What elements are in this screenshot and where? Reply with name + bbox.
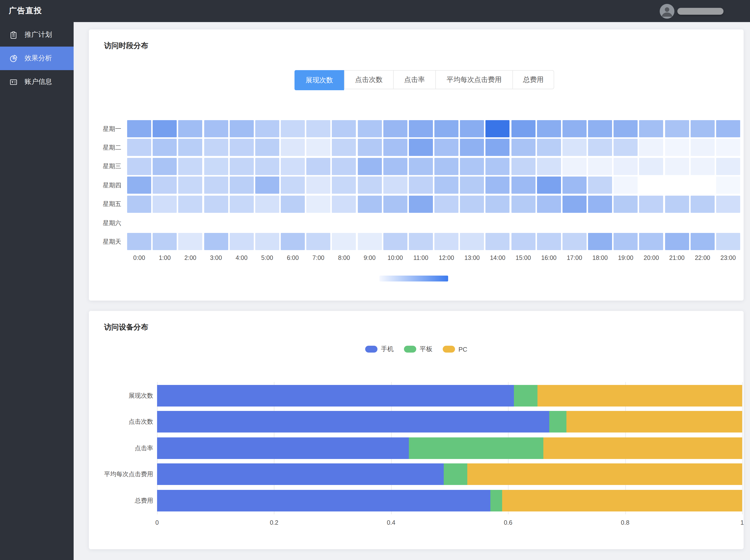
bar-segment-平板[interactable] <box>491 490 502 511</box>
heatmap-cell[interactable] <box>562 195 587 212</box>
heatmap-cell[interactable] <box>460 195 484 212</box>
heatmap-cell[interactable] <box>255 177 279 194</box>
heatmap-cell[interactable] <box>614 120 637 137</box>
heatmap-cell[interactable] <box>358 233 382 250</box>
heatmap-cell[interactable] <box>383 158 407 175</box>
heatmap-cell[interactable] <box>358 195 382 212</box>
bar-segment-手机[interactable] <box>157 411 549 433</box>
heatmap-cell[interactable] <box>562 139 587 156</box>
heatmap-cell[interactable] <box>358 177 382 194</box>
heatmap-cell[interactable] <box>665 177 689 194</box>
heatmap-cell[interactable] <box>255 233 279 250</box>
heatmap-cell[interactable] <box>486 177 510 194</box>
heatmap-cell[interactable] <box>409 195 433 212</box>
heatmap-cell[interactable] <box>690 139 714 156</box>
heatmap-cell[interactable] <box>434 139 458 156</box>
heatmap-cell[interactable] <box>409 120 433 137</box>
heatmap-cell[interactable] <box>716 120 740 137</box>
heatmap-cell[interactable] <box>383 177 407 194</box>
bar-segment-手机[interactable] <box>157 490 491 511</box>
bar-segment-PC[interactable] <box>502 490 742 511</box>
heatmap-cell[interactable] <box>332 177 356 194</box>
heatmap-cell[interactable] <box>434 233 458 250</box>
heatmap-cell[interactable] <box>153 177 177 194</box>
bar-segment-平板[interactable] <box>549 411 567 433</box>
heatmap-cell[interactable] <box>588 177 612 194</box>
heatmap-cell[interactable] <box>537 195 561 212</box>
heatmap-cell[interactable] <box>281 139 305 156</box>
heatmap-cell[interactable] <box>537 120 561 137</box>
heatmap-cell[interactable] <box>332 120 356 137</box>
heatmap-cell[interactable] <box>358 158 382 175</box>
heatmap-cell[interactable] <box>588 158 612 175</box>
heatmap-cell[interactable] <box>460 158 484 175</box>
heatmap-cell[interactable] <box>306 120 330 137</box>
heatmap-cell[interactable] <box>204 195 228 212</box>
heatmap-cell[interactable] <box>332 139 356 156</box>
heatmap-cell[interactable] <box>178 139 202 156</box>
heatmap-cell[interactable] <box>486 233 510 250</box>
heatmap-cell[interactable] <box>665 158 689 175</box>
bar-segment-平板[interactable] <box>444 463 467 485</box>
heatmap-cell[interactable] <box>716 195 740 212</box>
heatmap-cell[interactable] <box>460 120 484 137</box>
bar-segment-PC[interactable] <box>467 463 742 485</box>
heatmap-cell[interactable] <box>127 233 151 250</box>
bar-segment-手机[interactable] <box>157 437 409 459</box>
sidebar-item-effect-analysis[interactable]: 效果分析 <box>0 47 74 70</box>
sidebar-item-promotion-plan[interactable]: 推广计划 <box>0 23 74 47</box>
heatmap-cell[interactable] <box>230 139 254 156</box>
sidebar-item-account-info[interactable]: 账户信息 <box>0 70 74 94</box>
bar-segment-PC[interactable] <box>543 437 742 459</box>
heatmap-cell[interactable] <box>306 139 330 156</box>
heatmap-cell[interactable] <box>332 233 356 250</box>
heatmap-cell[interactable] <box>690 158 714 175</box>
heatmap-cell[interactable] <box>716 233 740 250</box>
bar-segment-平板[interactable] <box>409 437 543 459</box>
heatmap-cell[interactable] <box>409 177 433 194</box>
heatmap-cell[interactable] <box>281 195 305 212</box>
legend-item-mobile[interactable]: 手机 <box>365 345 394 354</box>
heatmap-cell[interactable] <box>434 177 458 194</box>
heatmap-cell[interactable] <box>153 139 177 156</box>
heatmap-cell[interactable] <box>178 177 202 194</box>
heatmap-cell[interactable] <box>127 195 151 212</box>
heatmap-cell[interactable] <box>255 139 279 156</box>
heatmap-cell[interactable] <box>383 195 407 212</box>
heatmap-cell[interactable] <box>639 195 663 212</box>
heatmap-cell[interactable] <box>639 177 663 194</box>
user-avatar-icon[interactable] <box>660 4 674 18</box>
bar-segment-手机[interactable] <box>157 463 444 485</box>
heatmap-cell[interactable] <box>281 177 305 194</box>
heatmap-cell[interactable] <box>665 120 689 137</box>
heatmap-cell[interactable] <box>460 233 484 250</box>
heatmap-cell[interactable] <box>639 120 663 137</box>
heatmap-cell[interactable] <box>690 177 714 194</box>
heatmap-cell[interactable] <box>716 158 740 175</box>
heatmap-cell[interactable] <box>486 158 510 175</box>
heatmap-cell[interactable] <box>204 233 228 250</box>
heatmap-cell[interactable] <box>716 139 740 156</box>
heatmap-cell[interactable] <box>255 158 279 175</box>
heatmap-cell[interactable] <box>665 139 689 156</box>
heatmap-cell[interactable] <box>358 139 382 156</box>
user-menu[interactable] <box>660 2 724 20</box>
heatmap-cell[interactable] <box>690 195 714 212</box>
heatmap-cell[interactable] <box>204 139 228 156</box>
heatmap-cell[interactable] <box>537 139 561 156</box>
heatmap-cell[interactable] <box>230 195 254 212</box>
heatmap-cell[interactable] <box>281 120 305 137</box>
heatmap-cell[interactable] <box>460 177 484 194</box>
heatmap-cell[interactable] <box>562 233 587 250</box>
heatmap-cell[interactable] <box>665 233 689 250</box>
heatmap-cell[interactable] <box>409 158 433 175</box>
heatmap-cell[interactable] <box>434 120 458 137</box>
heatmap-cell[interactable] <box>434 195 458 212</box>
heatmap-cell[interactable] <box>562 177 587 194</box>
heatmap-cell[interactable] <box>639 139 663 156</box>
heatmap-cell[interactable] <box>486 120 510 137</box>
heatmap-cell[interactable] <box>127 158 151 175</box>
heatmap-cell[interactable] <box>614 195 637 212</box>
heatmap-cell[interactable] <box>127 177 151 194</box>
heatmap-cell[interactable] <box>562 120 587 137</box>
